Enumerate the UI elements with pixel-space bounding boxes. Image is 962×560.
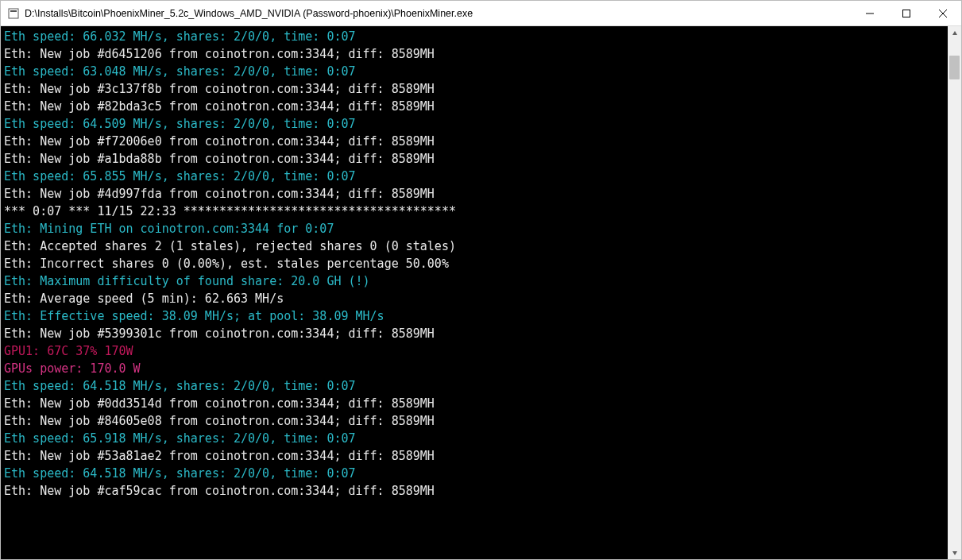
console-line: Eth: Incorrect shares 0 (0.00%), est. st…: [4, 255, 945, 272]
console-line: Eth: Accepted shares 2 (1 stales), rejec…: [4, 238, 945, 255]
console-output[interactable]: Eth speed: 66.032 MH/s, shares: 2/0/0, t…: [1, 26, 948, 559]
console-line: Eth speed: 65.918 MH/s, shares: 2/0/0, t…: [4, 430, 945, 447]
console-line: GPUs power: 170.0 W: [4, 360, 945, 377]
scroll-down-button[interactable]: [948, 546, 961, 559]
scroll-track[interactable]: [948, 40, 961, 546]
console-line: Eth: New job #82bda3c5 from coinotron.co…: [4, 98, 945, 115]
svg-rect-3: [903, 10, 910, 17]
console-line: Eth: Effective speed: 38.09 MH/s; at poo…: [4, 307, 945, 325]
console-line: Eth: Mining ETH on coinotron.com:3344 fo…: [4, 220, 945, 238]
titlebar[interactable]: D:\Installs\Bitcoin\PhoenixMiner_5.2c_Wi…: [1, 1, 961, 26]
window-controls: [852, 1, 961, 25]
scroll-up-button[interactable]: [948, 26, 961, 40]
console-line: Eth speed: 64.518 MH/s, shares: 2/0/0, t…: [4, 465, 945, 482]
maximize-button[interactable]: [888, 1, 925, 25]
minimize-button[interactable]: [852, 1, 888, 25]
console-line: Eth: Average speed (5 min): 62.663 MH/s: [4, 290, 945, 307]
console-line: Eth: New job #53a81ae2 from coinotron.co…: [4, 447, 945, 465]
console-line: Eth: New job #caf59cac from coinotron.co…: [4, 482, 945, 500]
svg-marker-7: [952, 551, 957, 555]
svg-rect-0: [9, 9, 18, 18]
console-line: Eth: Maximum difficulty of found share: …: [4, 272, 945, 290]
console-line: Eth: New job #4d997fda from coinotron.co…: [4, 185, 945, 203]
console-line: Eth: New job #5399301c from coinotron.co…: [4, 325, 945, 342]
console-window: D:\Installs\Bitcoin\PhoenixMiner_5.2c_Wi…: [0, 0, 962, 560]
console-line: Eth: New job #f72006e0 from coinotron.co…: [4, 133, 945, 150]
client-area: Eth speed: 66.032 MH/s, shares: 2/0/0, t…: [1, 26, 961, 559]
vertical-scrollbar[interactable]: [948, 26, 961, 559]
console-line: Eth speed: 64.509 MH/s, shares: 2/0/0, t…: [4, 115, 945, 133]
console-line: Eth: New job #84605e08 from coinotron.co…: [4, 412, 945, 430]
console-line: Eth speed: 65.855 MH/s, shares: 2/0/0, t…: [4, 168, 945, 185]
scroll-thumb[interactable]: [949, 56, 960, 79]
svg-rect-1: [10, 10, 17, 12]
console-line: Eth: New job #3c137f8b from coinotron.co…: [4, 80, 945, 98]
console-line: GPU1: 67C 37% 170W: [4, 342, 945, 360]
close-button[interactable]: [925, 1, 961, 25]
svg-marker-6: [952, 31, 957, 35]
console-line: Eth: New job #a1bda88b from coinotron.co…: [4, 150, 945, 168]
console-line: Eth: New job #d6451206 from coinotron.co…: [4, 45, 945, 63]
console-line: *** 0:07 *** 11/15 22:33 ***************…: [4, 203, 945, 220]
window-title: D:\Installs\Bitcoin\PhoenixMiner_5.2c_Wi…: [25, 8, 473, 19]
console-line: Eth speed: 66.032 MH/s, shares: 2/0/0, t…: [4, 28, 945, 45]
console-line: Eth: New job #0dd3514d from coinotron.co…: [4, 395, 945, 412]
console-line: Eth speed: 63.048 MH/s, shares: 2/0/0, t…: [4, 63, 945, 80]
console-line: Eth speed: 64.518 MH/s, shares: 2/0/0, t…: [4, 377, 945, 395]
app-icon: [7, 7, 20, 20]
